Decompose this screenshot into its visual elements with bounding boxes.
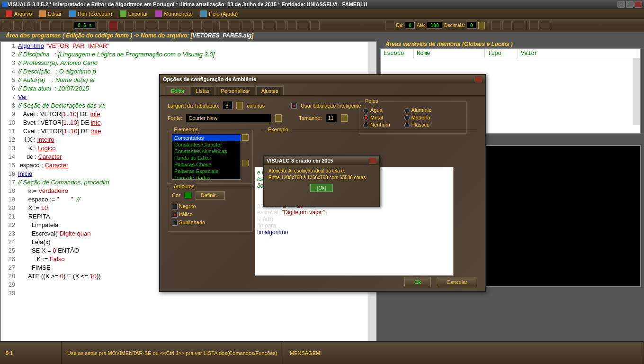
run-icon [69,10,76,17]
tool-button[interactable] [502,21,512,30]
edit-icon [39,10,46,17]
menu-manutencao[interactable]: Manutenção [152,9,197,18]
tool-button[interactable] [97,21,107,30]
de-label: De: [396,23,404,28]
copy-icon[interactable] [170,21,179,30]
resolution-alert: VISUALG 3 criado em 2015 Atenção: A reso… [263,155,380,207]
alert-titlebar[interactable]: VISUALG 3 criado em 2015 [264,156,379,165]
tool-button[interactable] [529,21,539,30]
skins-title: Peles [363,98,380,104]
define-color-button[interactable]: Definir... [196,191,225,200]
font-input[interactable]: Courier New [186,114,271,122]
menu-run[interactable]: Run (executar) [65,9,116,18]
hand-icon[interactable] [124,21,134,30]
skin-radio-nenhum[interactable] [363,123,368,128]
minimize-button[interactable] [617,1,625,8]
tool-button[interactable] [265,21,274,30]
tool-button[interactable] [253,21,263,30]
col-escopo[interactable]: Escopo [381,49,414,58]
new-button[interactable] [2,21,11,30]
tool-button[interactable] [299,21,308,30]
tool-button[interactable] [219,21,229,30]
example-title: Exemplo [266,127,290,132]
tab-personalizar[interactable]: Personalizar [216,86,255,95]
tool-button[interactable] [40,21,50,30]
save-button[interactable] [25,21,34,30]
cursor-position: 9:1 [0,342,62,364]
decimais-value[interactable]: 0 [467,22,476,29]
menu-exportar[interactable]: Exportar [116,9,152,18]
timer-value[interactable]: 0.5 s [74,22,95,29]
scroll-up-icon[interactable] [242,134,249,141]
ok-button[interactable]: Ok [404,277,431,287]
tool-button[interactable] [135,21,145,30]
alert-ok-button[interactable]: [Ok] [310,184,333,192]
skin-radio-plastico[interactable] [404,123,410,128]
dialog-footer: Ok Cancelar [404,277,477,287]
dropdown-icon[interactable] [478,22,485,29]
attributes-group: Atributos Cor Definir... Negrito Itálico… [168,187,253,232]
bold-checkbox[interactable] [172,204,178,209]
tab-editor[interactable]: Editor [166,86,190,95]
ate-value[interactable]: 100 [427,22,442,29]
de-value[interactable]: 0 [405,22,415,29]
maint-icon [155,10,162,17]
dialog-titlebar[interactable]: Opções de configuração de Ambiênte [160,75,485,83]
dropdown-icon[interactable] [275,114,282,122]
size-input[interactable]: 11 [326,114,337,122]
ate-label: Até: [417,23,425,28]
dropdown-icon[interactable] [236,102,243,109]
scroll-down-icon[interactable] [242,160,249,166]
paste-icon[interactable] [181,21,190,30]
export-icon [120,10,126,17]
tool-button[interactable] [287,21,297,30]
maximize-button[interactable] [626,1,634,8]
tab-width-label: Largura da Tabulação: [168,103,219,109]
app-icon [2,1,8,7]
tool-button[interactable] [147,21,156,30]
tool-button[interactable] [491,21,501,30]
tool-button[interactable] [192,21,202,30]
tool-button[interactable] [52,21,61,30]
alert-line2: Entre 1280x768 à 1366x768 com 65536 core… [268,174,375,181]
tool-button[interactable] [242,21,251,30]
tool-button[interactable] [541,21,550,30]
skin-radio-metal[interactable] [363,115,368,120]
tool-button[interactable] [276,21,286,30]
alert-close-button[interactable] [369,157,376,164]
skin-radio-madeira[interactable] [404,115,410,120]
tool-button[interactable] [310,21,320,30]
col-tipo[interactable]: Tipo [485,49,518,58]
tool-button[interactable] [204,21,213,30]
tab-listas[interactable]: Listas [191,86,215,95]
wand-icon[interactable] [385,21,394,30]
color-label: Cor [172,192,180,198]
elements-listbox[interactable]: ComentáriosConstantes CaracterConstantes… [172,134,241,180]
menu-help[interactable]: Help (Ajuda) [197,9,242,18]
menu-editar[interactable]: Editar [36,9,65,18]
alert-line1: Atenção: A resolução ideal da tela é: [268,168,375,174]
close-button[interactable] [635,1,642,8]
smart-tab-checkbox[interactable] [291,103,297,109]
skin-radio-agua[interactable] [363,108,368,113]
tab-ajustes[interactable]: Ajustes [256,86,284,95]
open-button[interactable] [13,21,23,30]
vars-vscrollbar[interactable] [633,58,640,125]
elements-group: Elementos ComentáriosConstantes Caracter… [168,130,253,184]
col-nome[interactable]: Nome [414,49,485,58]
timer-icon[interactable] [63,21,72,30]
dialog-close-button[interactable] [474,76,482,82]
underline-checkbox[interactable] [172,220,178,226]
skin-radio-aluminio[interactable] [404,108,410,113]
dropdown-icon[interactable] [341,114,348,122]
tab-width-input[interactable]: 3 [223,101,233,110]
cancel-button[interactable]: Cancelar [437,277,477,287]
cut-icon[interactable] [158,21,168,30]
tool-button[interactable] [231,21,240,30]
italic-checkbox[interactable] [172,212,178,218]
variables-area-label: Áreas variáveis de memória (Globais e Lo… [380,41,641,47]
menu-arquivo[interactable]: Arquivo [2,9,36,18]
col-valor[interactable]: Valor [518,49,640,58]
tool-button[interactable] [514,21,523,30]
stop-button[interactable] [108,21,118,30]
